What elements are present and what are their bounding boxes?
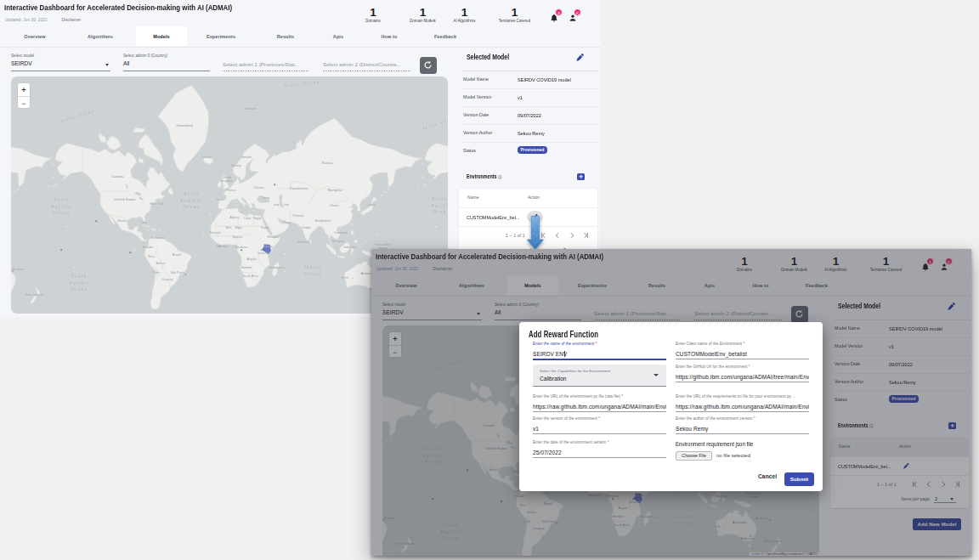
map-label: North Atlantic Ocean (180, 191, 203, 211)
map-label: Arctic Ocea (421, 116, 448, 132)
stat-territories: 1 Territories Covered (483, 8, 546, 24)
dialog-title: Add Reward Function (529, 330, 598, 339)
requirements-url-input[interactable] (676, 403, 809, 410)
tab-feedback[interactable]: Feedback (420, 26, 471, 46)
map-label: Arctic Ocean (59, 108, 96, 125)
map-label: Mexico (117, 219, 127, 223)
model-name-row: Model Name SEIRDV COVID19 model (462, 71, 599, 88)
map-label: Sweden (241, 156, 252, 159)
map-label: Uruguay (161, 278, 173, 281)
select-admin0-field[interactable]: Select admin 0 (Country) All (123, 54, 210, 67)
add-environment-button[interactable] (577, 173, 585, 181)
map-city-dot (150, 203, 151, 205)
github-url-input[interactable] (676, 373, 809, 381)
status-badge: Provisioned (518, 146, 548, 155)
cancel-button[interactable]: Cancel (758, 473, 777, 479)
edit-model-icon[interactable] (575, 53, 585, 62)
refresh-button[interactable] (420, 57, 437, 74)
zoom-in-button[interactable]: + (18, 83, 30, 96)
map-city-dot (12, 270, 14, 272)
map-label: Pakistan (292, 214, 303, 218)
notifications-bell-button[interactable]: 3 (550, 14, 558, 22)
last-page-button[interactable] (580, 229, 591, 240)
map-label: Cambodia (334, 231, 348, 235)
map-label: Abidjan (218, 245, 229, 248)
author-input[interactable] (676, 425, 809, 433)
map-city-dot (60, 249, 62, 251)
tab-apis[interactable]: Apis (313, 26, 364, 46)
map-label: Indonesia (343, 246, 356, 249)
map-label: Sudan (261, 226, 269, 229)
map-label: Libya (244, 217, 251, 220)
updated-date: Updated: Jun 30, 2021 (5, 18, 48, 22)
capabilities-select[interactable]: Select the Capabilities for the Environm… (533, 365, 666, 387)
tab-results[interactable]: Results (260, 26, 311, 46)
map-label: Maldives (297, 240, 309, 244)
map-label: Mali (226, 226, 231, 229)
screenshot-dashboard-with-modal: Interactive Dashboard for Accelerated De… (371, 249, 971, 556)
submit-button[interactable]: Submit (784, 472, 814, 486)
map-label: São Paulo (171, 271, 184, 274)
bell-badge: 3 (555, 8, 563, 16)
map-label: Madagascar (269, 266, 285, 269)
map-label: Canada (111, 175, 124, 178)
map-label: Indian Ocean (303, 264, 321, 277)
map-city-dot (129, 252, 131, 253)
panel-title: Selected Model (467, 53, 509, 61)
version-author-row: Version Author Sekou Remy (462, 124, 599, 142)
map-label: Niger (235, 226, 242, 229)
map-label: North Pacifi Ocea (431, 196, 448, 216)
map-label: Oman (283, 221, 291, 224)
map-label: Norway (231, 164, 241, 167)
status-row: Status Provisioned (462, 142, 599, 160)
map-label: South Pacific Ocean (69, 274, 89, 293)
select-admin2-field[interactable]: Select admin 2 (District/Countie... (323, 54, 410, 67)
environment-row-name: CUSTOMModelEnv_bet... (467, 215, 520, 220)
choose-file-button[interactable]: Choose File (676, 451, 712, 461)
map-label: Turkey (261, 196, 270, 200)
map-label: Kenya (264, 245, 273, 248)
map-label: Brisbane (13, 268, 25, 271)
dropdown-caret-icon (105, 64, 109, 66)
tab-how-to[interactable]: How to (364, 26, 415, 46)
next-page-button[interactable] (566, 229, 577, 240)
map-label: Angola (247, 257, 257, 261)
prev-page-button[interactable] (552, 229, 563, 240)
env-py-url-input[interactable] (533, 403, 666, 410)
map-city-dot (184, 274, 186, 275)
map-label: Japan (367, 203, 375, 206)
map-label: Ecuador (143, 246, 154, 249)
date-input[interactable] (533, 449, 666, 456)
select-model-field[interactable]: Select model SEIRDV (11, 54, 110, 67)
map-label: North Pacific Ocean (51, 197, 71, 217)
map-label: Algeria (230, 216, 240, 219)
map-label: Iraq (274, 203, 279, 206)
map-label: Ukraine (254, 186, 264, 189)
map-label: Bangladesh (315, 219, 331, 223)
tab-models[interactable]: Models (136, 26, 187, 46)
map-label: Brazil (173, 253, 182, 257)
add-reward-function-dialog: Add Reward Function Enter the name of th… (519, 322, 823, 491)
env-name-input[interactable] (533, 350, 666, 358)
map-label: Senegal (210, 231, 221, 235)
tab-experiments[interactable]: Experiments (195, 26, 246, 46)
map-label: South Africa (243, 274, 259, 278)
user-menu-button[interactable]: C (569, 14, 577, 22)
select-admin1-field[interactable]: Select admin 1 (Provinces/Stat... (223, 54, 308, 67)
map-label: Nigeria (232, 235, 241, 239)
class-name-input[interactable] (676, 350, 809, 358)
tab-overview[interactable]: Overview (9, 26, 60, 46)
map-label: Egypt (254, 217, 262, 220)
tab-algorithms[interactable]: Algorithms (75, 26, 126, 46)
map-label: United Kingdom (221, 176, 233, 183)
stat-domains: 1 Domains (348, 8, 398, 24)
map-city-dot (217, 246, 218, 247)
page-title: Interactive Dashboard for Accelerated De… (4, 3, 232, 12)
col-header-action: Action (528, 195, 540, 200)
zoom-out-button[interactable]: − (18, 97, 30, 110)
col-header-name: Name (467, 195, 478, 200)
version-input[interactable] (533, 425, 666, 433)
disclaimer-link[interactable]: Disclaimer (62, 18, 82, 22)
map-label: Mongolia (327, 189, 342, 192)
map-label: Chile (152, 271, 159, 274)
